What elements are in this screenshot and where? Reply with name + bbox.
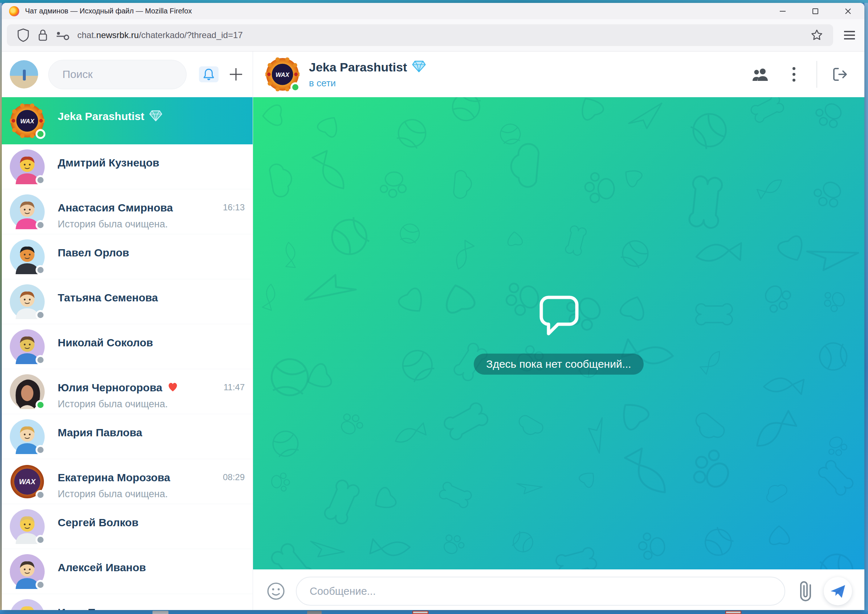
avatar [10,329,45,364]
offline-status-dot [36,580,45,590]
online-status-dot [36,129,45,139]
taskbar-app-icon[interactable] [412,611,428,614]
chat-last-message: История была очищена. [58,488,170,500]
offline-status-dot [36,445,45,455]
avatar [10,149,45,184]
chat-list-item[interactable]: Павел Орлов [2,234,253,279]
chat-last-message: История была очищена. [58,398,178,410]
url-bar[interactable]: chat.newsrbk.ru/chaterkado/?thread_id=17 [7,24,833,46]
taskbar-app-icon[interactable] [725,611,741,614]
diamond-badge-icon [149,110,162,123]
emoji-icon[interactable] [265,581,286,602]
maximize-button[interactable] [799,3,832,19]
chat-name: Татьяна Семенова [58,291,158,304]
message-input-bar [253,569,864,610]
chat-list: WAXJeka ParashutistДмитрий КузнецовАнаст… [2,97,253,610]
chat-last-message: История была очищена. [58,219,173,230]
chat-list-item[interactable]: WAXJeka Parashutist [2,97,253,144]
svg-text:WAX: WAX [19,478,36,485]
avatar: WAX [10,103,45,138]
chat-name: Павел Орлов [58,247,129,259]
chat-header: WAX Jeka Parashutist в сети [253,51,864,97]
my-profile-avatar[interactable] [10,60,38,88]
avatar [10,194,45,229]
permissions-icon[interactable] [53,27,72,43]
chat-background: Здесь пока нет сообщений... [253,97,864,569]
peer-avatar[interactable]: WAX [265,57,300,91]
chat-name: Анастасия Смирнова [58,202,173,214]
url-text[interactable]: chat.newsrbk.ru/chaterkado/?thread_id=17 [77,30,243,40]
chat-name: Мария Павлова [58,426,142,439]
send-button[interactable] [824,577,852,605]
avatar [10,284,45,319]
avatar [10,509,45,544]
new-chat-plus-icon[interactable] [227,66,245,83]
chat-name: Сергей Волков [58,516,138,529]
chat-name: Николай Соколов [58,336,153,349]
svg-text:WAX: WAX [275,71,290,78]
taskbar-strip[interactable] [0,610,868,614]
chat-list-item[interactable]: WAXЕкатерина МорозоваИстория была очищен… [2,459,253,504]
chat-sidebar: WAXJeka ParashutistДмитрий КузнецовАнаст… [2,51,253,610]
chat-list-item[interactable]: Татьяна Семенова [2,279,253,324]
members-icon[interactable] [751,64,772,85]
avatar [10,599,45,610]
avatar [10,239,45,274]
online-status-dot [291,82,300,92]
chat-list-item[interactable]: Анастасия СмирноваИстория была очищена.1… [2,189,253,234]
kebab-menu-icon[interactable] [784,64,804,85]
header-divider [817,61,817,88]
window-titlebar[interactable]: Чат админов — Исходный файл — Mozilla Fi… [2,3,864,19]
chat-list-item[interactable]: Алексей Иванов [2,549,253,594]
chat-name: Дмитрий Кузнецов [58,157,159,169]
chat-list-item[interactable]: Юлия ЧерногороваИстория была очищена.11:… [2,369,253,414]
hamburger-menu-icon[interactable] [840,25,859,45]
chat-list-item[interactable]: Иван Петров [2,594,253,610]
peer-name: Jeka Parashutist [309,60,407,74]
logout-icon[interactable] [829,64,850,85]
firefox-window: Чат админов — Исходный файл — Mozilla Fi… [2,3,864,610]
chat-time: 11:47 [224,382,245,392]
message-input[interactable] [310,585,772,597]
close-button[interactable] [832,3,864,19]
chat-name: Jeka Parashutist [58,110,144,122]
tracking-shield-icon[interactable] [13,27,33,43]
chat-list-item[interactable]: Сергей Волков [2,504,253,549]
chat-name: Екатерина Морозова [58,471,170,484]
conversation-panel: WAX Jeka Parashutist в сети [253,51,864,610]
desktop-edge-right [864,3,868,610]
notifications-bell-icon[interactable] [199,67,219,82]
chat-time: 16:13 [223,202,245,212]
offline-status-dot [36,490,45,500]
offline-status-dot [36,355,45,365]
browser-toolbar: chat.newsrbk.ru/chaterkado/?thread_id=17 [2,19,864,51]
desktop-edge-top [0,0,868,3]
offline-status-dot [36,175,45,185]
search-box[interactable] [48,60,187,89]
search-input[interactable] [62,68,173,81]
firefox-logo-icon [9,6,19,16]
chat-list-item[interactable]: Николай Соколов [2,324,253,369]
lock-icon[interactable] [33,27,53,43]
chat-list-item[interactable]: Мария Павлова [2,414,253,459]
taskbar-app-icon[interactable] [307,611,322,614]
peer-online-status: в сети [309,78,426,89]
svg-text:WAX: WAX [20,118,35,125]
chat-list-item[interactable]: Дмитрий Кузнецов [2,144,253,189]
avatar: WAX [10,464,45,499]
offline-status-dot [36,310,45,320]
attach-paperclip-icon[interactable] [795,580,816,603]
empty-chat-bubble-icon [535,289,583,337]
offline-status-dot [36,220,45,230]
window-title: Чат админов — Исходный файл — Mozilla Fi… [25,7,192,15]
minimize-button[interactable] [766,3,799,19]
chat-time: 08:29 [223,472,245,482]
chat-name: Юлия Черногорова [58,381,162,394]
heart-badge-icon [167,382,178,394]
bookmark-star-icon[interactable] [807,27,827,43]
offline-status-dot [36,535,45,545]
avatar [10,554,45,589]
chat-name: Иван Петров [58,606,127,610]
message-field[interactable] [296,577,785,606]
taskbar-app-icon[interactable] [152,611,168,614]
